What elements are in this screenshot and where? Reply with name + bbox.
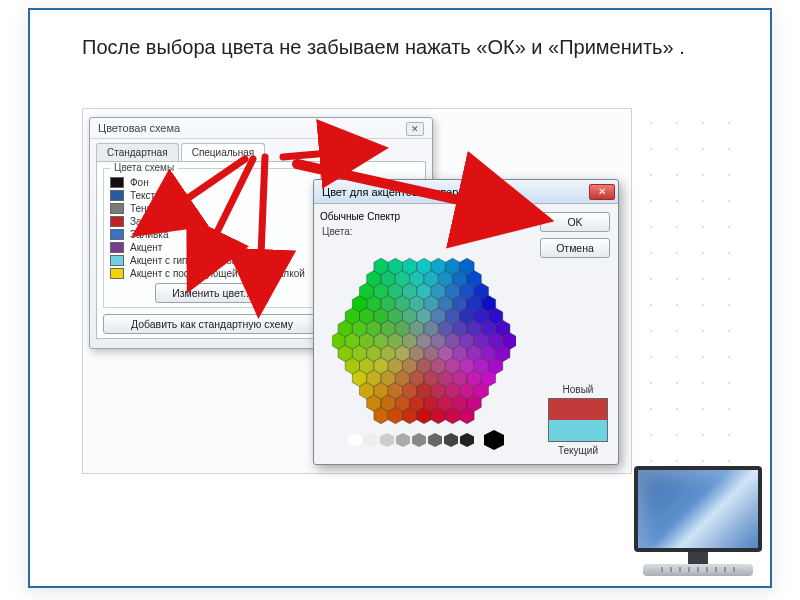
scheme-item-label: Заливка — [130, 229, 169, 240]
scheme-item-label: Заголовок — [130, 216, 177, 227]
window-buttons — [589, 184, 615, 200]
scheme-color-list: ФонТекст/линииТениЗаголовокЗаливкаАкцент… — [110, 177, 314, 279]
color-swatch — [110, 255, 124, 266]
picker-right-buttons: OK Отмена — [540, 212, 610, 258]
close-icon[interactable] — [589, 184, 615, 200]
ok-button[interactable]: OK — [540, 212, 610, 232]
color-swatch — [110, 216, 124, 227]
scheme-row[interactable]: Заливка — [110, 229, 314, 240]
grey-hex[interactable] — [428, 433, 442, 447]
grey-hex[interactable] — [380, 433, 394, 447]
picker-body: Обычные Спектр Цвета: OK Отмена Новый Те… — [314, 204, 618, 464]
scheme-item-label: Акцент с гиперссылкой — [130, 255, 237, 266]
tab-spectrum[interactable]: Спектр — [367, 211, 400, 222]
new-color-label: Новый — [548, 384, 608, 395]
scheme-colors-legend: Цвета схемы — [110, 162, 178, 173]
monitor-clipart — [628, 466, 768, 586]
grey-hex[interactable] — [484, 430, 504, 450]
grey-hex[interactable] — [444, 433, 458, 447]
scheme-item-label: Текст/линии — [130, 190, 186, 201]
new-color-half — [549, 399, 607, 420]
picker-title: Цвет для акцентов и гиперссылок — [322, 186, 495, 198]
scheme-row[interactable]: Текст/линии — [110, 190, 314, 201]
scheme-item-label: Акцент с последующей гиперссылкой — [130, 268, 305, 279]
hex-color-palette[interactable] — [332, 256, 516, 426]
color-scheme-tabs: Стандартная Специальная — [90, 139, 432, 161]
tab-usual[interactable]: Обычные — [320, 211, 364, 222]
color-swatch — [110, 242, 124, 253]
scheme-row[interactable]: Акцент с последующей гиперссылкой — [110, 268, 314, 279]
grey-hex[interactable] — [348, 433, 362, 447]
color-swatch — [110, 229, 124, 240]
grey-hex[interactable] — [460, 433, 474, 447]
change-color-button[interactable]: Изменить цвет... — [155, 283, 269, 303]
scheme-colors-group: Цвета схемы ФонТекст/линииТениЗаголовокЗ… — [103, 168, 321, 308]
scheme-item-label: Тени — [130, 203, 152, 214]
scheme-row[interactable]: Тени — [110, 203, 314, 214]
grey-scale-row[interactable] — [348, 430, 508, 450]
scheme-item-label: Фон — [130, 177, 149, 188]
color-swatch — [110, 203, 124, 214]
current-color-half — [549, 420, 607, 441]
grey-hex[interactable] — [412, 433, 426, 447]
caption-text: После выбора цвета не забываем нажать «О… — [82, 34, 718, 61]
color-swatch — [110, 268, 124, 279]
grey-hex[interactable] — [364, 433, 378, 447]
color-scheme-title: Цветовая схема — [98, 122, 180, 134]
scheme-item-label: Акцент — [130, 242, 162, 253]
scheme-row[interactable]: Акцент — [110, 242, 314, 253]
color-swatch — [110, 177, 124, 188]
scheme-row[interactable]: Фон — [110, 177, 314, 188]
scheme-row[interactable]: Заголовок — [110, 216, 314, 227]
color-preview: Новый Текущий — [548, 384, 608, 456]
close-icon[interactable]: ✕ — [406, 122, 424, 136]
grey-hex[interactable] — [396, 433, 410, 447]
current-color-label: Текущий — [548, 445, 608, 456]
color-swatch — [110, 190, 124, 201]
save-as-standard-button[interactable]: Добавить как стандартную схему — [103, 314, 321, 334]
scheme-row[interactable]: Акцент с гиперссылкой — [110, 255, 314, 266]
color-scheme-titlebar: Цветовая схема ✕ — [90, 118, 432, 139]
color-preview-swatch — [548, 398, 608, 442]
color-picker-dialog: Цвет для акцентов и гиперссылок Обычные … — [313, 179, 619, 465]
tab-standard[interactable]: Стандартная — [96, 143, 179, 161]
picker-titlebar: Цвет для акцентов и гиперссылок — [314, 180, 618, 204]
tab-special[interactable]: Специальная — [181, 143, 266, 161]
workspace-area: Цветовая схема ✕ Стандартная Специальная… — [82, 108, 632, 474]
picker-cancel-button[interactable]: Отмена — [540, 238, 610, 258]
